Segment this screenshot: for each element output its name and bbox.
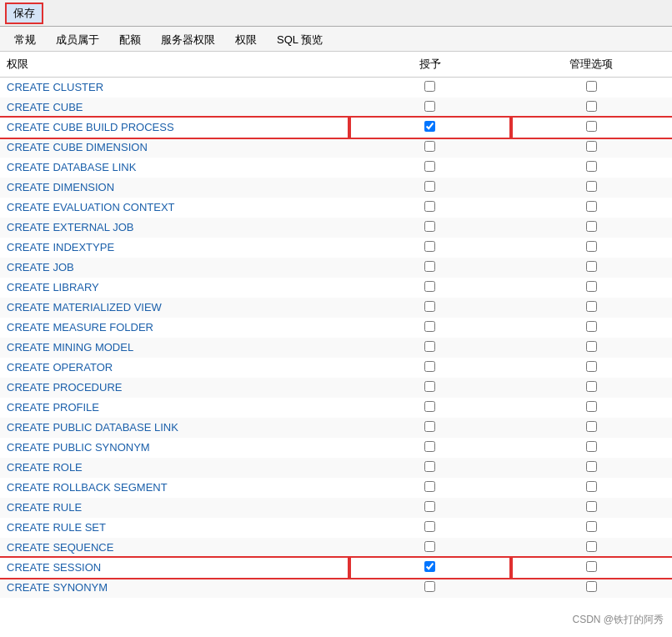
tab-bar: 常规成员属于配额服务器权限权限SQL 预览 bbox=[0, 27, 672, 52]
priv-name: CREATE OPERATOR bbox=[0, 358, 349, 378]
tab-配额[interactable]: 配额 bbox=[110, 29, 150, 51]
grant-cell bbox=[349, 378, 510, 398]
col-header-admin: 管理选项 bbox=[511, 52, 672, 78]
grant-cell bbox=[349, 78, 510, 98]
admin-checkbox[interactable] bbox=[586, 161, 597, 172]
admin-checkbox[interactable] bbox=[586, 281, 597, 292]
admin-checkbox[interactable] bbox=[586, 581, 597, 592]
admin-cell bbox=[511, 198, 672, 218]
admin-checkbox[interactable] bbox=[586, 461, 597, 472]
priv-name: CREATE CUBE bbox=[0, 98, 349, 118]
admin-checkbox[interactable] bbox=[586, 541, 597, 552]
grant-checkbox[interactable] bbox=[424, 281, 435, 292]
table-row: CREATE PUBLIC SYNONYM bbox=[0, 438, 672, 458]
grant-checkbox[interactable] bbox=[424, 341, 435, 352]
admin-cell bbox=[511, 538, 672, 558]
toolbar: 保存 bbox=[0, 0, 672, 27]
grant-checkbox[interactable] bbox=[424, 541, 435, 552]
admin-checkbox[interactable] bbox=[586, 221, 597, 232]
grant-checkbox[interactable] bbox=[424, 481, 435, 492]
admin-checkbox[interactable] bbox=[586, 521, 597, 532]
admin-checkbox[interactable] bbox=[586, 181, 597, 192]
priv-name: CREATE RULE SET bbox=[0, 518, 349, 538]
grant-checkbox[interactable] bbox=[424, 381, 435, 392]
privileges-table: 权限 授予 管理选项 CREATE CLUSTERCREATE CUBECREA… bbox=[0, 52, 672, 598]
grant-checkbox[interactable] bbox=[424, 581, 435, 592]
admin-checkbox[interactable] bbox=[586, 241, 597, 252]
grant-cell bbox=[349, 438, 510, 458]
priv-name: CREATE SESSION bbox=[0, 558, 349, 578]
priv-name: CREATE LIBRARY bbox=[0, 278, 349, 298]
admin-cell bbox=[511, 158, 672, 178]
tab-SQL-预览[interactable]: SQL 预览 bbox=[268, 29, 332, 51]
grant-checkbox[interactable] bbox=[424, 401, 435, 412]
admin-cell bbox=[511, 218, 672, 238]
admin-checkbox[interactable] bbox=[586, 381, 597, 392]
grant-checkbox[interactable] bbox=[424, 301, 435, 312]
grant-checkbox[interactable] bbox=[424, 361, 435, 372]
admin-checkbox[interactable] bbox=[586, 301, 597, 312]
grant-checkbox[interactable] bbox=[424, 421, 435, 432]
priv-name: CREATE CUBE DIMENSION bbox=[0, 138, 349, 158]
admin-checkbox[interactable] bbox=[586, 441, 597, 452]
grant-checkbox[interactable] bbox=[424, 261, 435, 272]
table-row: CREATE MINING MODEL bbox=[0, 338, 672, 358]
grant-checkbox[interactable] bbox=[424, 161, 435, 172]
grant-cell bbox=[349, 478, 510, 498]
grant-checkbox[interactable] bbox=[424, 461, 435, 472]
admin-checkbox[interactable] bbox=[586, 201, 597, 212]
admin-checkbox[interactable] bbox=[586, 501, 597, 512]
grant-checkbox[interactable] bbox=[424, 561, 435, 572]
admin-checkbox[interactable] bbox=[586, 481, 597, 492]
table-row: CREATE EXTERNAL JOB bbox=[0, 218, 672, 238]
table-row: CREATE CUBE bbox=[0, 98, 672, 118]
admin-checkbox[interactable] bbox=[586, 361, 597, 372]
grant-checkbox[interactable] bbox=[424, 501, 435, 512]
admin-checkbox[interactable] bbox=[586, 121, 597, 132]
admin-checkbox[interactable] bbox=[586, 141, 597, 152]
priv-name: CREATE CUBE BUILD PROCESS bbox=[0, 118, 349, 138]
priv-name: CREATE RULE bbox=[0, 498, 349, 518]
grant-checkbox[interactable] bbox=[424, 81, 435, 92]
grant-checkbox[interactable] bbox=[424, 221, 435, 232]
admin-checkbox[interactable] bbox=[586, 401, 597, 412]
table-row: CREATE ROLE bbox=[0, 458, 672, 478]
tab-成员属于[interactable]: 成员属于 bbox=[47, 29, 108, 51]
admin-checkbox[interactable] bbox=[586, 101, 597, 112]
table-row: CREATE JOB bbox=[0, 258, 672, 278]
grant-checkbox[interactable] bbox=[424, 441, 435, 452]
grant-checkbox[interactable] bbox=[424, 101, 435, 112]
admin-checkbox[interactable] bbox=[586, 321, 597, 332]
grant-checkbox[interactable] bbox=[424, 181, 435, 192]
table-row: CREATE SEQUENCE bbox=[0, 538, 672, 558]
admin-checkbox[interactable] bbox=[586, 81, 597, 92]
table-row: CREATE MATERIALIZED VIEW bbox=[0, 298, 672, 318]
main-content: 权限 授予 管理选项 CREATE CLUSTERCREATE CUBECREA… bbox=[0, 52, 672, 637]
tab-权限[interactable]: 权限 bbox=[226, 29, 266, 51]
grant-checkbox[interactable] bbox=[424, 521, 435, 532]
table-row: CREATE OPERATOR bbox=[0, 358, 672, 378]
priv-name: CREATE PUBLIC SYNONYM bbox=[0, 438, 349, 458]
grant-checkbox[interactable] bbox=[424, 121, 435, 132]
grant-checkbox[interactable] bbox=[424, 241, 435, 252]
grant-checkbox[interactable] bbox=[424, 141, 435, 152]
admin-checkbox[interactable] bbox=[586, 261, 597, 272]
grant-checkbox[interactable] bbox=[424, 321, 435, 332]
tab-常规[interactable]: 常规 bbox=[5, 29, 45, 51]
admin-checkbox[interactable] bbox=[586, 341, 597, 352]
admin-cell bbox=[511, 258, 672, 278]
admin-checkbox[interactable] bbox=[586, 561, 597, 572]
grant-cell bbox=[349, 138, 510, 158]
admin-checkbox[interactable] bbox=[586, 421, 597, 432]
table-row: CREATE DATABASE LINK bbox=[0, 158, 672, 178]
grant-cell bbox=[349, 178, 510, 198]
grant-cell bbox=[349, 538, 510, 558]
save-button[interactable]: 保存 bbox=[5, 3, 43, 24]
admin-cell bbox=[511, 298, 672, 318]
tab-服务器权限[interactable]: 服务器权限 bbox=[152, 29, 224, 51]
priv-name: CREATE ROLE bbox=[0, 458, 349, 478]
admin-cell bbox=[511, 338, 672, 358]
priv-name: CREATE PROFILE bbox=[0, 398, 349, 418]
grant-checkbox[interactable] bbox=[424, 201, 435, 212]
admin-cell bbox=[511, 438, 672, 458]
